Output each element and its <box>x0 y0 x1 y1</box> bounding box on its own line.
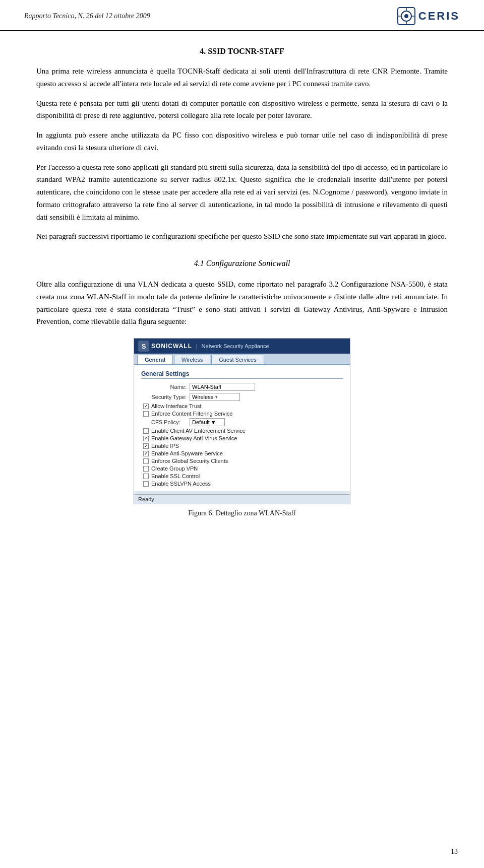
sonicwall-ui: S SONICWALL | Network Security Appliance… <box>134 338 350 504</box>
checkbox-sslvpn: Enable SSLVPN Access <box>141 481 343 487</box>
checkbox-icon[interactable] <box>143 451 149 456</box>
status-text: Ready <box>138 496 154 502</box>
checkbox-icon[interactable] <box>143 428 149 434</box>
sonicwall-logo: S SONICWALL <box>138 341 192 352</box>
security-type-label: Security Type: <box>141 394 187 400</box>
general-settings-title: General Settings <box>141 370 343 379</box>
name-label: Name: <box>141 384 187 390</box>
sonicwall-tabs: General Wireless Guest Services <box>134 354 350 365</box>
checkbox-label: Enforce Content Filtering Service <box>151 411 232 417</box>
sonicwall-logo-text: SONICWALL <box>151 343 192 350</box>
tab-guest-services[interactable]: Guest Services <box>211 355 264 364</box>
checkbox-label: Enable SSL Control <box>151 473 200 479</box>
checkbox-icon[interactable] <box>143 411 149 417</box>
security-type-row: Security Type: Wireless ▼ <box>141 393 343 401</box>
checkbox-gateway-av: Enable Gateway Anti-Virus Service <box>141 435 343 441</box>
screenshot-container: S SONICWALL | Network Security Appliance… <box>36 338 448 517</box>
checkbox-icon[interactable] <box>143 404 149 409</box>
page-number: 13 <box>451 848 458 856</box>
logo-text: CERIS <box>418 10 460 23</box>
checkbox-allow-interface-trust: Allow Interface Trust <box>141 403 343 409</box>
checkbox-enforce-cfs: Enforce Content Filtering Service <box>141 411 343 417</box>
section41-paragraph: Oltre alla configurazione di una VLAN de… <box>36 278 448 328</box>
sonicwall-app-title: Network Security Appliance <box>202 343 269 349</box>
paragraph-2: Questa rete è pensata per tutti gli uten… <box>36 97 448 122</box>
paragraph-4: Per l'accesso a questa rete sono applica… <box>36 161 448 224</box>
dropdown-arrow-icon: ▼ <box>214 395 218 399</box>
svg-text:S: S <box>142 343 146 350</box>
section4-heading: 4. SSID TOCNR-STAFF <box>36 47 448 56</box>
cfs-policy-label: CFS Policy: <box>151 419 187 425</box>
cfs-policy-row: CFS Policy: Default ▼ <box>141 418 343 426</box>
checkbox-client-av: Enable Client AV Enforcement Service <box>141 428 343 434</box>
checkbox-label: Create Group VPN <box>151 465 198 472</box>
document-title: Rapporto Tecnico, N. 26 del 12 ottobre 2… <box>24 12 150 20</box>
checkbox-icon[interactable] <box>143 466 149 472</box>
svg-point-2 <box>404 14 408 18</box>
checkbox-label: Enable Anti-Spyware Service <box>151 450 223 456</box>
sonicwall-header-divider: | <box>196 344 198 349</box>
tab-general[interactable]: General <box>137 355 173 364</box>
cfs-policy-value: Default <box>192 419 210 425</box>
checkbox-label: Allow Interface Trust <box>151 403 202 409</box>
checkbox-label: Enable IPS <box>151 443 179 449</box>
sonicwall-header: S SONICWALL | Network Security Appliance <box>134 339 350 354</box>
security-type-select[interactable]: Wireless ▼ <box>190 393 240 401</box>
paragraph-1: Una prima rete wireless annunciata è que… <box>36 65 448 90</box>
checkbox-label: Enable Gateway Anti-Virus Service <box>151 435 237 441</box>
name-row: Name: WLAN-Staff <box>141 383 343 391</box>
page-header: Rapporto Tecnico, N. 26 del 12 ottobre 2… <box>0 0 484 31</box>
name-input[interactable]: WLAN-Staff <box>190 383 255 391</box>
checkbox-icon[interactable] <box>143 474 149 479</box>
checkbox-icon[interactable] <box>143 443 149 449</box>
checkbox-icon[interactable] <box>143 436 149 441</box>
checkbox-ips: Enable IPS <box>141 443 343 449</box>
checkbox-ssl-control: Enable SSL Control <box>141 473 343 479</box>
ceris-logo-icon <box>397 7 415 25</box>
dropdown-arrow-icon: ▼ <box>211 419 216 425</box>
checkbox-label: Enable SSLVPN Access <box>151 481 211 487</box>
security-type-value: Wireless <box>192 394 213 400</box>
sonicwall-body: General Settings Name: WLAN-Staff Securi… <box>134 365 350 491</box>
checkbox-anti-spyware: Enable Anti-Spyware Service <box>141 450 343 456</box>
tab-wireless[interactable]: Wireless <box>174 355 210 364</box>
sonicwall-status-bar: Ready <box>134 494 350 504</box>
checkbox-icon[interactable] <box>143 458 149 464</box>
checkbox-global-security: Enforce Global Security Clients <box>141 458 343 464</box>
checkbox-label: Enforce Global Security Clients <box>151 458 228 464</box>
sonicwall-logo-icon: S <box>138 341 149 352</box>
paragraph-3: In aggiunta può essere anche utilizzata … <box>36 129 448 154</box>
main-content: 4. SSID TOCNR-STAFF Una prima rete wirel… <box>0 31 484 543</box>
section41-heading: 4.1 Configurazione Sonicwall <box>36 259 448 268</box>
logo: CERIS <box>397 7 460 25</box>
checkbox-label: Enable Client AV Enforcement Service <box>151 428 246 434</box>
checkbox-group-vpn: Create Group VPN <box>141 465 343 472</box>
figure-caption: Figura 6: Dettaglio zona WLAN-Staff <box>188 509 295 517</box>
paragraph-5: Nei paragrafi successivi riportiamo le c… <box>36 230 448 243</box>
cfs-policy-select[interactable]: Default ▼ <box>190 418 225 426</box>
checkbox-icon[interactable] <box>143 481 149 487</box>
page: Rapporto Tecnico, N. 26 del 12 ottobre 2… <box>0 0 484 868</box>
